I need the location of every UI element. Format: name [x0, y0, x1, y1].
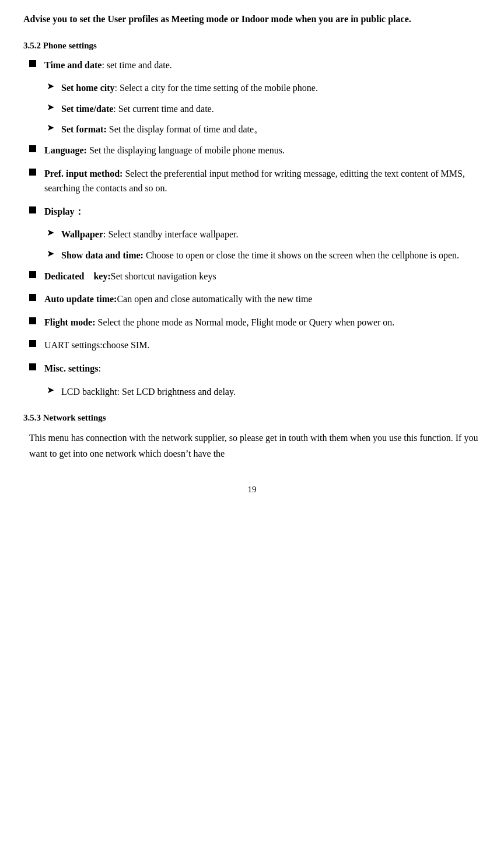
bullet-language: Language: Set the displaying language of…	[23, 143, 481, 158]
section-353-heading: 3.5.3 Network settings	[23, 413, 481, 423]
time-date-text: : set time and date.	[102, 60, 172, 70]
arrow-icon-set-format: ➤	[47, 122, 54, 133]
language-text: Set the displaying language of mobile ph…	[87, 145, 285, 155]
bullet-display: Display：	[23, 204, 481, 219]
bullet-pref-input: Pref. input method: Select the preferent…	[23, 166, 481, 196]
page-content: Advise you to set the User profiles as M…	[23, 12, 481, 495]
intro-text: Advise you to set the User profiles as M…	[23, 12, 481, 27]
arrow-icon-lcd: ➤	[47, 384, 54, 395]
arrow-icon-wallpaper: ➤	[47, 227, 54, 238]
bullet-square-display-icon	[29, 206, 36, 213]
uart-text: UART settings:choose SIM.	[44, 340, 150, 350]
auto-update-label: Auto update time:	[44, 294, 117, 304]
set-format-text: Set the display format of time and date。	[107, 124, 263, 134]
bullet-square-dedicated-icon	[29, 271, 36, 278]
section-352-heading: 3.5.2 Phone settings	[23, 41, 481, 51]
set-format-label: Set format:	[61, 124, 107, 134]
flight-mode-label: Flight mode:	[44, 317, 96, 327]
section353-text: This menu has connection with the networ…	[23, 430, 481, 461]
page-number: 19	[23, 485, 481, 495]
bullet-uart: UART settings:choose SIM.	[23, 338, 481, 353]
sub-bullet-wallpaper: ➤ Wallpaper: Select standby interface wa…	[23, 227, 481, 242]
bullet-auto-update: Auto update time:Can open and close auto…	[23, 292, 481, 307]
auto-update-text: Can open and close automatically with th…	[117, 294, 312, 304]
arrow-icon-home-city: ➤	[47, 80, 54, 92]
arrow-icon-show-data-time: ➤	[47, 248, 54, 259]
bullet-square-misc-icon	[29, 363, 36, 370]
show-data-time-text: Choose to open or close the time it show…	[144, 250, 459, 260]
arrow-icon-time-date: ➤	[47, 101, 54, 113]
bullet-square-icon	[29, 60, 36, 67]
display-label: Display：	[44, 206, 84, 216]
set-time-date-text: : Set current time and date.	[113, 104, 214, 114]
bullet-misc-settings: Misc. settings:	[23, 361, 481, 376]
bullet-flight-mode: Flight mode: Select the phone mode as No…	[23, 315, 481, 330]
sub-bullet-show-data-time: ➤ Show data and time: Choose to open or …	[23, 248, 481, 263]
flight-mode-text: Select the phone mode as Normal mode, Fl…	[96, 317, 395, 327]
wallpaper-text: : Select standby interface wallpaper.	[103, 229, 238, 239]
intro-paragraph: Advise you to set the User profiles as M…	[23, 14, 411, 24]
show-data-time-label: Show data and time:	[61, 250, 144, 260]
bullet-square-flight-icon	[29, 317, 36, 324]
set-time-date-label: Set time/date	[61, 104, 113, 114]
bullet-square-language-icon	[29, 145, 36, 152]
misc-settings-label: Misc. settings	[44, 363, 98, 373]
bullet-square-uart-icon	[29, 340, 36, 347]
lcd-backlight-text: LCD backlight: Set LCD brightness and de…	[61, 387, 236, 397]
misc-settings-colon: :	[98, 363, 100, 373]
bullet-square-auto-update-icon	[29, 294, 36, 301]
sub-bullet-set-time-date: ➤ Set time/date: Set current time and da…	[23, 101, 481, 117]
set-home-city-text: : Select a city for the time setting of …	[115, 83, 318, 93]
dedicated-key-label: Dedicated key:	[44, 271, 111, 281]
sub-bullet-set-home-city: ➤ Set home city: Select a city for the t…	[23, 80, 481, 96]
wallpaper-label: Wallpaper	[61, 229, 103, 239]
language-label: Language:	[44, 145, 87, 155]
bullet-time-date: Time and date: set time and date.	[23, 58, 481, 73]
bullet-dedicated-key: Dedicated key:Set shortcut navigation ke…	[23, 269, 481, 284]
pref-input-label: Pref. input method:	[44, 169, 123, 178]
set-home-city-label: Set home city	[61, 83, 115, 93]
time-date-label: Time and date	[44, 60, 102, 70]
sub-bullet-lcd-backlight: ➤ LCD backlight: Set LCD brightness and …	[23, 384, 481, 400]
dedicated-key-text: Set shortcut navigation keys	[111, 271, 216, 281]
sub-bullet-set-format: ➤ Set format: Set the display format of …	[23, 122, 481, 137]
bullet-square-pref-icon	[29, 169, 36, 176]
